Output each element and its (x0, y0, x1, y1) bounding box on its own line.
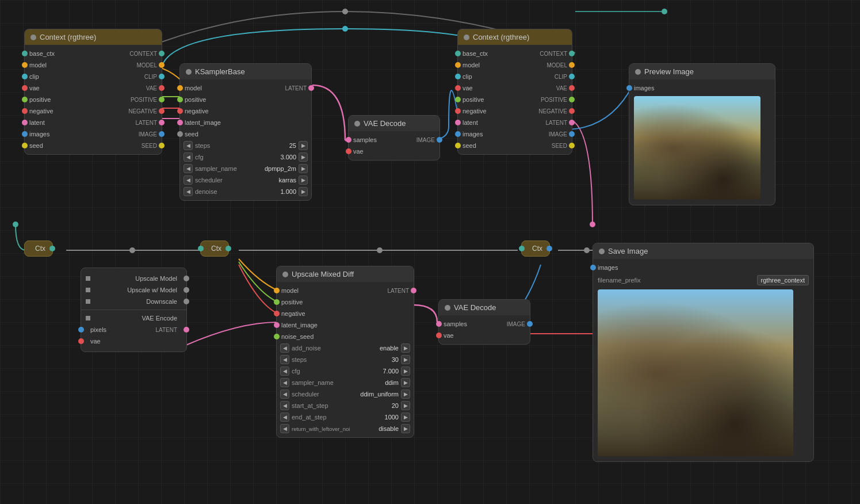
umd-steps-inc[interactable]: ▶ (401, 355, 410, 364)
ug-port-latent-out[interactable] (184, 327, 189, 333)
ctx1-port-image-out[interactable] (159, 131, 165, 137)
si-port-images-in[interactable] (590, 265, 596, 270)
upscale-mixed-diff-header: Upscale Mixed Diff (277, 266, 414, 282)
ctx1-port-positive-out[interactable] (159, 97, 165, 102)
umd-end-inc[interactable]: ▶ (401, 413, 410, 422)
ctx1-port-latent-out[interactable] (159, 120, 165, 125)
umd-end-dec[interactable]: ◀ (280, 413, 289, 422)
ctx1-port-model-out[interactable] (159, 62, 165, 68)
ks-port-negative-in[interactable] (177, 108, 183, 114)
ctx1-port-vae-in[interactable] (22, 85, 28, 91)
ctx2-port-images-in[interactable] (455, 131, 461, 137)
ctx2-port-latent-out[interactable] (569, 120, 575, 125)
pi-port-images-in[interactable] (626, 85, 632, 91)
ks-cfg-inc[interactable]: ▶ (299, 152, 308, 162)
ctx2-port-positive-in[interactable] (455, 97, 461, 102)
umd-cfg-dec[interactable]: ◀ (280, 366, 289, 376)
umd-start-inc[interactable]: ▶ (401, 401, 410, 410)
umd-row-model: model LATENT (277, 285, 414, 296)
ctx2-port-vae-out[interactable] (569, 85, 575, 91)
ks-port-latent-in[interactable] (177, 120, 183, 125)
ks-port-seed-in[interactable] (177, 131, 183, 137)
umd-sampler-dec[interactable]: ◀ (280, 378, 289, 387)
ctx1-port-images-in[interactable] (22, 131, 28, 137)
si-filename-value[interactable]: rgthree_context (757, 275, 809, 285)
ks-port-positive-in[interactable] (177, 97, 183, 102)
umd-steps-dec[interactable]: ◀ (280, 355, 289, 364)
ctx2-port-context-out[interactable] (569, 51, 575, 56)
umd-port-latent-out[interactable] (411, 288, 416, 293)
ctx2-port-image-out[interactable] (569, 131, 575, 137)
ug-port-pixels-in[interactable] (78, 327, 84, 333)
ctx1-port-positive-in[interactable] (22, 97, 28, 102)
ks-denoise-dec[interactable]: ◀ (184, 187, 193, 196)
umd-return-dec[interactable]: ◀ (280, 424, 289, 433)
ctx1-port-vae-out[interactable] (159, 85, 165, 91)
ks-sched-inc[interactable]: ▶ (299, 175, 308, 185)
context-body-1: base_ctx CONTEXT model MODEL clip CLIP v… (25, 45, 162, 154)
ug-port-vae-in[interactable] (78, 338, 84, 344)
ks-port-model-in[interactable] (177, 85, 183, 91)
ks-steps-dec[interactable]: ◀ (184, 141, 193, 150)
upscale-group-node: Upscale Model Upscale w/ Model Downscale… (81, 268, 187, 352)
umd-port-positive-in[interactable] (274, 299, 280, 305)
ctx-small-3-port-in[interactable] (519, 246, 525, 251)
ctx2-port-vae-in[interactable] (455, 85, 461, 91)
umd-port-latent-in[interactable] (274, 322, 280, 328)
umd-sampler-inc[interactable]: ▶ (401, 378, 410, 387)
ctx1-port-clip-in[interactable] (22, 74, 28, 79)
umd-port-model-in[interactable] (274, 288, 280, 293)
ctx1-port-negative-out[interactable] (159, 108, 165, 114)
umd-sched-dec[interactable]: ◀ (280, 390, 289, 399)
ctx2-port-negative-out[interactable] (569, 108, 575, 114)
ctx1-port-base_ctx-in[interactable] (22, 51, 28, 56)
vd2-port-image-out[interactable] (527, 321, 533, 327)
ctx2-port-model-in[interactable] (455, 62, 461, 68)
ctx1-label-seed-out: SEED (137, 143, 162, 149)
ctx1-port-latent-in[interactable] (22, 120, 28, 125)
ug-port-upscale-model-out[interactable] (184, 276, 189, 281)
ctx1-port-negative-in[interactable] (22, 108, 28, 114)
umd-port-negative-in[interactable] (274, 311, 280, 316)
ctx-small-3-port-out[interactable] (546, 246, 552, 251)
ctx2-port-positive-out[interactable] (569, 97, 575, 102)
ctx1-port-model-in[interactable] (22, 62, 28, 68)
vd2-port-vae-in[interactable] (436, 333, 442, 338)
umd-add-noise-dec[interactable]: ◀ (280, 343, 289, 353)
ctx-small-2-port-out[interactable] (225, 246, 231, 251)
umd-cfg-inc[interactable]: ▶ (401, 366, 410, 376)
vd1-port-image-out[interactable] (437, 137, 442, 143)
umd-start-dec[interactable]: ◀ (280, 401, 289, 410)
ks-sampler-inc[interactable]: ▶ (299, 164, 308, 173)
ks-sched-dec[interactable]: ◀ (184, 175, 193, 185)
ks-steps-inc[interactable]: ▶ (299, 141, 308, 150)
ks-cfg-dec[interactable]: ◀ (184, 152, 193, 162)
ks-sampler-dec[interactable]: ◀ (184, 164, 193, 173)
ctx1-port-context-out[interactable] (159, 51, 165, 56)
ctx2-port-latent-in[interactable] (455, 120, 461, 125)
ctx-small-2-port-in[interactable] (198, 246, 204, 251)
ctx2-port-seed-out[interactable] (569, 143, 575, 148)
umd-port-noise-in[interactable] (274, 334, 280, 339)
vd1-port-samples-in[interactable] (346, 137, 351, 143)
ks-denoise-inc[interactable]: ▶ (299, 187, 308, 196)
ctx1-label-image-out: IMAGE (134, 131, 162, 138)
ug-port-upscale-wmodel-out[interactable] (184, 287, 189, 293)
ctx2-port-clip-in[interactable] (455, 74, 461, 79)
umd-return-inc[interactable]: ▶ (401, 424, 410, 433)
vd2-port-samples-in[interactable] (436, 321, 442, 327)
vd1-port-vae-in[interactable] (346, 148, 351, 154)
ctx2-port-negative-in[interactable] (455, 108, 461, 114)
ctx2-port-base_ctx-in[interactable] (455, 51, 461, 56)
ctx1-port-clip-out[interactable] (159, 74, 165, 79)
ctx2-port-seed-in[interactable] (455, 143, 461, 148)
ctx1-port-seed-in[interactable] (22, 143, 28, 148)
umd-sched-inc[interactable]: ▶ (401, 390, 410, 399)
ctx1-port-seed-out[interactable] (159, 143, 165, 148)
umd-add-noise-inc[interactable]: ▶ (401, 343, 410, 353)
ks-port-latent-out[interactable] (308, 85, 314, 91)
ctx-small-1-port-out[interactable] (49, 246, 55, 251)
ctx2-port-clip-out[interactable] (569, 74, 575, 79)
ctx2-port-model-out[interactable] (569, 62, 575, 68)
ug-port-downscale-out[interactable] (184, 299, 189, 304)
